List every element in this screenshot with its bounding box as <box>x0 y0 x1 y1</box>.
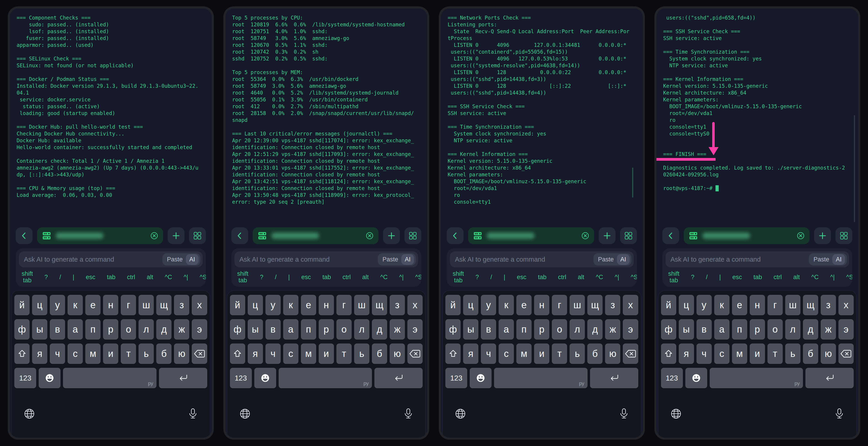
shortcut-key[interactable]: ^C <box>811 274 819 281</box>
key-е[interactable]: е <box>301 295 316 315</box>
key-ж[interactable]: ж <box>605 319 620 340</box>
key-щ[interactable]: щ <box>156 295 172 315</box>
shortcut-key[interactable]: ^| <box>184 274 188 281</box>
shortcut-key[interactable]: ^| <box>830 274 835 281</box>
key-ш[interactable]: ш <box>138 295 154 315</box>
key-г[interactable]: г <box>552 295 567 315</box>
key-а[interactable]: а <box>714 319 730 340</box>
key-к[interactable]: к <box>283 295 299 315</box>
keyboard-switch-button[interactable] <box>239 408 251 420</box>
key-я[interactable]: я <box>248 344 263 364</box>
key-п[interactable]: п <box>301 319 316 340</box>
key-х[interactable]: х <box>407 295 423 315</box>
key-ь[interactable]: ь <box>354 344 369 364</box>
key-л[interactable]: л <box>138 319 154 340</box>
key-ю[interactable]: ю <box>174 344 189 364</box>
key-к[interactable]: к <box>714 295 730 315</box>
shift-key[interactable] <box>661 344 676 364</box>
key-т[interactable]: т <box>121 344 136 364</box>
key-ш[interactable]: ш <box>785 295 801 315</box>
key-ф[interactable]: ф <box>14 319 30 340</box>
key-х[interactable]: х <box>838 295 854 315</box>
space-key[interactable]: ру <box>494 368 588 388</box>
session-tab[interactable] <box>468 227 594 244</box>
key-м[interactable]: м <box>85 344 100 364</box>
terminal-output[interactable]: === Network Ports Check === Listening po… <box>441 8 643 225</box>
key-й[interactable]: й <box>14 295 30 315</box>
shortcut-key[interactable]: ^S <box>415 274 421 281</box>
key-и[interactable]: и <box>103 344 118 364</box>
key-н[interactable]: н <box>319 295 334 315</box>
key-э[interactable]: э <box>192 319 207 340</box>
return-key[interactable] <box>374 368 423 388</box>
shortcut-key[interactable]: / <box>275 274 277 281</box>
shortcut-key[interactable]: | <box>719 274 721 281</box>
paste-button[interactable]: Paste AI <box>378 253 416 265</box>
shortcut-key[interactable]: ? <box>691 274 694 281</box>
shortcut-key[interactable]: tab <box>322 274 331 281</box>
new-tab-button[interactable] <box>383 227 400 244</box>
paste-button[interactable]: Paste AI <box>593 253 631 265</box>
keyboard-switch-button[interactable] <box>24 408 35 420</box>
terminal-scrollbar[interactable] <box>632 167 633 197</box>
key-й[interactable]: й <box>230 295 245 315</box>
shortcut-key[interactable]: ^S <box>200 274 206 281</box>
sessions-grid-button[interactable] <box>620 227 637 244</box>
shortcut-key[interactable]: ^C <box>596 274 603 281</box>
shortcut-key[interactable]: shift tab <box>453 270 464 284</box>
terminal-output[interactable]: Top 5 processes by CPU: root 120819 6.6%… <box>225 8 427 225</box>
shortcut-key[interactable]: ^| <box>615 274 619 281</box>
ai-button[interactable]: AI <box>186 254 198 265</box>
key-й[interactable]: й <box>661 295 676 315</box>
emoji-key[interactable] <box>254 368 276 388</box>
key-ю[interactable]: ю <box>390 344 405 364</box>
shortcut-key[interactable]: ctrl <box>774 274 782 281</box>
emoji-key[interactable] <box>685 368 707 388</box>
key-ц[interactable]: ц <box>679 295 694 315</box>
shortcut-key[interactable]: | <box>288 274 290 281</box>
key-м[interactable]: м <box>301 344 316 364</box>
shortcut-key[interactable]: tab <box>538 274 547 281</box>
key-л[interactable]: л <box>785 319 801 340</box>
key-д[interactable]: д <box>156 319 172 340</box>
key-ь[interactable]: ь <box>138 344 154 364</box>
key-у[interactable]: у <box>266 295 281 315</box>
key-с[interactable]: с <box>67 344 83 364</box>
key-е[interactable]: е <box>516 295 532 315</box>
return-key[interactable] <box>805 368 854 388</box>
shortcut-key[interactable]: ctrl <box>558 274 566 281</box>
key-р[interactable]: р <box>319 319 334 340</box>
shortcut-key[interactable]: tab <box>753 274 762 281</box>
key-ю[interactable]: ю <box>605 344 620 364</box>
key-п[interactable]: п <box>85 319 100 340</box>
shortcut-key[interactable]: | <box>504 274 505 281</box>
key-э[interactable]: э <box>838 319 854 340</box>
key-а[interactable]: а <box>499 319 514 340</box>
key-п[interactable]: п <box>732 319 747 340</box>
sessions-grid-button[interactable] <box>189 227 206 244</box>
shortcut-key[interactable]: shift tab <box>237 270 249 284</box>
ai-command-input[interactable]: Ask AI to generate a command Paste AI <box>19 251 203 267</box>
key-ш[interactable]: ш <box>569 295 585 315</box>
key-г[interactable]: г <box>121 295 136 315</box>
key-у[interactable]: у <box>696 295 712 315</box>
key-ь[interactable]: ь <box>569 344 585 364</box>
shortcut-key[interactable]: ^C <box>165 274 172 281</box>
space-key[interactable]: ру <box>279 368 372 388</box>
shortcut-key[interactable]: esc <box>301 274 311 281</box>
key-с[interactable]: с <box>499 344 514 364</box>
key-и[interactable]: и <box>534 344 549 364</box>
backspace-key[interactable] <box>838 344 854 364</box>
shortcut-key[interactable]: tab <box>107 274 116 281</box>
key-ч[interactable]: ч <box>50 344 65 364</box>
sessions-grid-button[interactable] <box>835 227 852 244</box>
key-у[interactable]: у <box>481 295 496 315</box>
return-key[interactable] <box>159 368 207 388</box>
sessions-grid-button[interactable] <box>404 227 421 244</box>
shortcut-key[interactable]: shift tab <box>22 270 33 284</box>
key-з[interactable]: з <box>390 295 405 315</box>
key-с[interactable]: с <box>714 344 730 364</box>
key-р[interactable]: р <box>534 319 549 340</box>
shortcut-key[interactable]: ctrl <box>343 274 351 281</box>
shortcut-key[interactable]: ^C <box>380 274 388 281</box>
